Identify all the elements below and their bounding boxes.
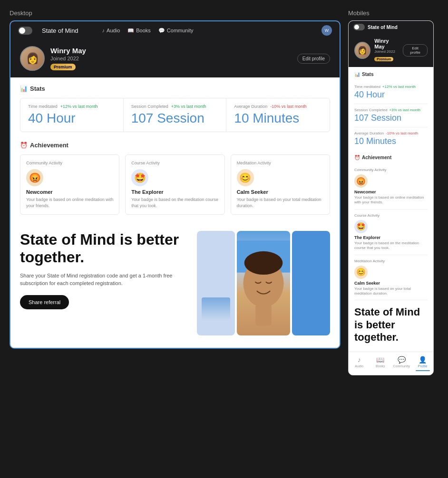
mobile-stats-icon: 📊 [354, 72, 360, 77]
mobile-stat-sessions: Session Completed +3% vs last month 107 … [354, 104, 428, 127]
mobile-achievement-title: ⏰ Achievement [354, 155, 428, 160]
mobile-nav-audio[interactable]: ♪ Audio [349, 355, 370, 372]
mobile-stat-time-value: 40 Hour [354, 90, 428, 100]
nav-links: ♪ Audio 📖 Books 💬 Community [102, 28, 194, 34]
mobile-premium-badge: Premium [374, 57, 393, 61]
referral-images [197, 231, 330, 335]
profile-joined: Joined 2022 [50, 56, 292, 61]
mobile-badge-newcomer: 😡 [354, 174, 368, 188]
achievement-name-0: Newcomer [26, 189, 113, 195]
desktop-label: Desktop [10, 10, 341, 17]
achievement-section-title: ⏰ Achievement [20, 142, 330, 149]
achievement-desc-2: Your badge is based on your total medita… [237, 197, 324, 209]
achievement-type-2: Meditation Activity [237, 161, 324, 165]
achievement-type-0: Community Activity [26, 161, 113, 165]
achievement-grid: Community Activity 😡 Newcomer Your badge… [20, 154, 330, 215]
mobile-nav-books-icon: 📖 [376, 356, 384, 363]
mobile-navbar: State of Mind [349, 21, 433, 33]
referral-img-left [197, 231, 235, 335]
mobile-nav-profile[interactable]: 👤 Profile [412, 355, 434, 372]
profile-info: Winry May Joined 2022 Premium [50, 47, 292, 70]
mobile-bottom-nav: ♪ Audio 📖 Books 💬 Community 👤 Profile [349, 352, 433, 375]
nav-community[interactable]: 💬 Community [158, 28, 194, 34]
achievement-type-1: Course Activity [131, 161, 218, 165]
stat-time-change: +12% vs last month [60, 104, 98, 109]
active-indicator [416, 370, 430, 371]
achievement-calm-seeker: Meditation Activity 😊 Calm Seeker Your b… [231, 154, 330, 215]
mobile-stat-sessions-value: 107 Session [354, 113, 428, 123]
achievement-name-2: Calm Seeker [237, 189, 324, 195]
achievement-badge-0: 😡 [26, 169, 43, 186]
mobile-nav-audio-icon: ♪ [358, 356, 361, 363]
achievement-desc-0: Your badge is based on online meditation… [26, 197, 113, 209]
mobile-referral-heading: State of Mind is better together. [354, 300, 428, 346]
svg-rect-3 [255, 305, 272, 326]
stat-duration: Average Duration -10% vs last month 10 M… [226, 98, 330, 132]
stat-duration-label: Average Duration -10% vs last month [234, 104, 322, 109]
achievement-badge-1: 🤩 [131, 169, 148, 186]
stat-sessions-value: 107 Session [131, 111, 219, 126]
mobile-badge-explorer: 🤩 [354, 220, 368, 233]
svg-point-2 [244, 251, 283, 275]
stat-time-value: 40 Hour [28, 111, 116, 126]
mobile-badge-calm: 😊 [354, 266, 368, 279]
mobile-nav-community[interactable]: 💬 Community [391, 355, 412, 372]
toggle-switch[interactable] [18, 27, 32, 35]
achievement-newcomer: Community Activity 😡 Newcomer Your badge… [20, 154, 119, 215]
mobile-profile-joined: Joined 2022 [374, 49, 399, 54]
mobile-stat-time: Time meditated +12% vs last month 40 Hou… [354, 81, 428, 104]
mobile-achievement-explorer: Course Activity 🤩 The Explorer Your badg… [354, 210, 428, 255]
mobile-achievement-calm-seeker: Meditation Activity 😊 Calm Seeker Your b… [354, 255, 428, 301]
mobile-nav-books[interactable]: 📖 Books [370, 355, 391, 372]
mobile-profile-avatar: 👩 [354, 42, 370, 59]
achievement-explorer: Course Activity 🤩 The Explorer Your badg… [125, 154, 224, 215]
mobile-content: 📊 Stats Time meditated +12% vs last mont… [349, 67, 433, 352]
profile-avatar: 👩 [20, 46, 45, 71]
referral-text: State of Mind is better together. Share … [20, 231, 187, 309]
referral-section: State of Mind is better together. Share … [20, 226, 330, 340]
premium-badge: Premium [50, 64, 76, 70]
desktop-panel: State of Mind ♪ Audio 📖 Books 💬 Communit… [10, 20, 341, 349]
profile-section: 👩 Winry May Joined 2022 Premium Edit pro… [10, 39, 340, 77]
stat-duration-value: 10 Minutes [234, 111, 322, 126]
edit-profile-button[interactable]: Edit profile [297, 54, 330, 64]
brand-name: State of Mind [42, 27, 78, 34]
content-area: 📊 Stats Time meditated +12% vs last mont… [10, 77, 340, 348]
nav-audio[interactable]: ♪ Audio [102, 28, 120, 34]
nav-books[interactable]: 📖 Books [127, 28, 151, 34]
mobile-brand: State of Mind [368, 25, 398, 30]
mobile-profile-info: Winry May Joined 2022 Premium [374, 38, 399, 62]
mobile-nav-profile-icon: 👤 [419, 356, 427, 363]
mobile-panel: State of Mind 👩 Winry May Joined 2022 Pr… [348, 20, 434, 375]
mobile-toggle[interactable] [353, 24, 365, 30]
mobile-stats-title: 📊 Stats [354, 72, 428, 77]
mobile-stat-duration: Average Duration -10% vs last month 10 M… [354, 127, 428, 150]
stats-section-title: 📊 Stats [20, 85, 330, 92]
share-referral-button[interactable]: Share referral [20, 295, 69, 309]
books-icon: 📖 [127, 28, 134, 34]
mobile-achievement-newcomer: Community Activity 😡 Newcomer Your badge… [354, 164, 428, 210]
toggle-wrap [18, 27, 32, 35]
stat-sessions-change: +3% vs last month [171, 104, 206, 109]
achievement-desc-1: Your badge is based on the meditation co… [131, 197, 218, 209]
mobile-profile-section: 👩 Winry May Joined 2022 Premium Edit pro… [349, 33, 433, 67]
achievement-icon: ⏰ [20, 142, 28, 149]
mobiles-label: Mobiles [348, 10, 438, 17]
stats-grid: Time meditated +12% vs last month 40 Hou… [20, 98, 330, 132]
community-icon: 💬 [158, 28, 165, 34]
stat-sessions-label: Session Completed +3% vs last month [131, 104, 219, 109]
referral-desc: Share your State of Mind registration co… [20, 272, 187, 287]
mobile-edit-profile-button[interactable]: Edit profile [403, 44, 428, 57]
mobile-stat-duration-value: 10 Minutes [354, 136, 428, 146]
profile-name: Winry May [50, 47, 292, 55]
referral-img-face [237, 231, 290, 335]
stats-icon: 📊 [20, 85, 28, 92]
audio-icon: ♪ [102, 28, 105, 33]
nav-avatar[interactable]: W [321, 25, 332, 36]
referral-heading: State of Mind is better together. [20, 231, 187, 266]
referral-img-right [292, 231, 330, 335]
stat-time-meditated: Time meditated +12% vs last month 40 Hou… [20, 98, 124, 132]
mobile-profile-name: Winry May [374, 38, 399, 49]
desktop-navbar: State of Mind ♪ Audio 📖 Books 💬 Communit… [10, 21, 340, 39]
stat-time-label: Time meditated +12% vs last month [28, 104, 116, 109]
